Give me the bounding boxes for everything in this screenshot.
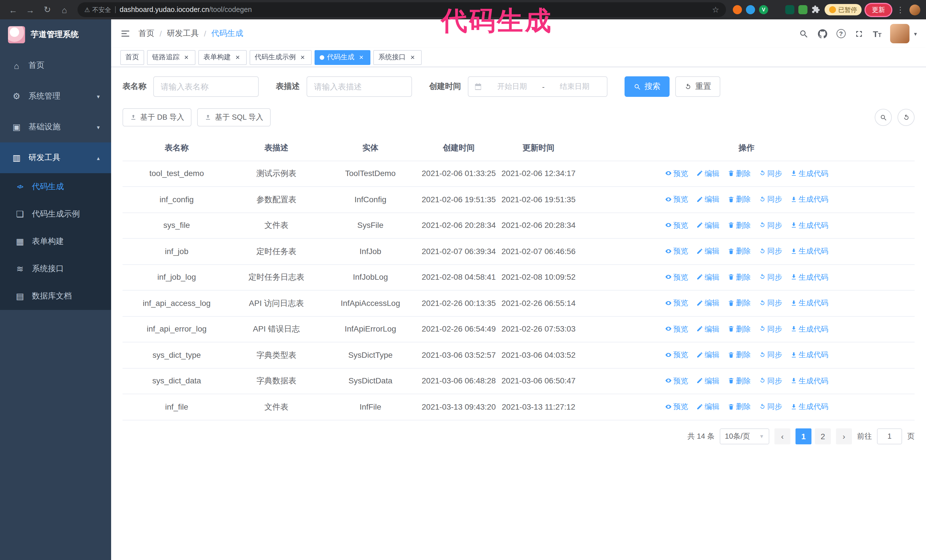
action-preview[interactable]: 预览 [665, 167, 688, 179]
action-generate-code[interactable]: 生成代码 [790, 349, 828, 361]
action-generate-code[interactable]: 生成代码 [790, 297, 828, 309]
date-range-picker[interactable]: 开始日期 - 结束日期 [468, 76, 607, 97]
search-icon[interactable] [799, 29, 809, 39]
action-sync[interactable]: 同步 [759, 297, 782, 309]
action-generate-code[interactable]: 生成代码 [790, 219, 828, 231]
action-delete[interactable]: 删除 [728, 245, 751, 257]
action-edit[interactable]: 编辑 [696, 245, 719, 257]
sidebar-subitem-db-doc[interactable]: ▤数据库文档 [0, 282, 111, 310]
goto-page-input[interactable] [877, 428, 902, 444]
sidebar-item-infra[interactable]: ▣基础设施▾ [0, 112, 111, 142]
action-preview[interactable]: 预览 [665, 219, 688, 231]
sidebar-subitem-form-builder[interactable]: ▦表单构建 [0, 228, 111, 255]
tab-api[interactable]: 系统接口× [373, 50, 422, 65]
tab-trace[interactable]: 链路追踪× [147, 50, 195, 65]
not-secure-warning[interactable]: ⚠不安全 [84, 5, 111, 14]
page-button-2[interactable]: 2 [815, 428, 831, 444]
close-icon[interactable]: × [357, 53, 365, 61]
sidebar-subitem-codegen-example[interactable]: ❏代码生成示例 [0, 201, 111, 228]
close-icon[interactable]: × [409, 53, 416, 61]
extension-icon-4[interactable] [772, 5, 781, 14]
breadcrumb-item[interactable]: 首页 [138, 29, 154, 39]
reset-button[interactable]: 重置 [675, 76, 720, 97]
sidebar-subitem-api[interactable]: ≋系统接口 [0, 255, 111, 282]
action-edit[interactable]: 编辑 [696, 297, 719, 309]
action-preview[interactable]: 预览 [665, 297, 688, 309]
action-edit[interactable]: 编辑 [696, 219, 719, 231]
extension-icon-5[interactable] [785, 5, 794, 14]
action-generate-code[interactable]: 生成代码 [790, 271, 828, 283]
action-generate-code[interactable]: 生成代码 [790, 167, 828, 179]
import-sql-button[interactable]: 基于 SQL 导入 [197, 108, 271, 127]
action-sync[interactable]: 同步 [759, 167, 782, 179]
breadcrumb-item[interactable]: 代码生成 [212, 29, 243, 39]
action-generate-code[interactable]: 生成代码 [790, 245, 828, 257]
import-db-button[interactable]: 基于 DB 导入 [123, 108, 192, 127]
bookmark-star-icon[interactable]: ☆ [712, 5, 719, 14]
hamburger-icon[interactable] [120, 29, 130, 39]
tab-codegen-example[interactable]: 代码生成示例× [250, 50, 312, 65]
action-sync[interactable]: 同步 [759, 219, 782, 231]
action-generate-code[interactable]: 生成代码 [790, 323, 828, 335]
action-preview[interactable]: 预览 [665, 349, 688, 361]
action-preview[interactable]: 预览 [665, 323, 688, 335]
help-icon[interactable]: ? [836, 29, 845, 38]
action-sync[interactable]: 同步 [759, 271, 782, 283]
action-delete[interactable]: 删除 [728, 297, 751, 309]
action-sync[interactable]: 同步 [759, 245, 782, 257]
action-edit[interactable]: 编辑 [696, 323, 719, 335]
fullscreen-icon[interactable] [854, 29, 864, 39]
tab-form-builder[interactable]: 表单构建× [198, 50, 247, 65]
action-generate-code[interactable]: 生成代码 [790, 374, 828, 386]
action-sync[interactable]: 同步 [759, 349, 782, 361]
action-edit[interactable]: 编辑 [696, 374, 719, 386]
reload-icon[interactable]: ↻ [40, 2, 55, 17]
browser-home-icon[interactable]: ⌂ [57, 2, 72, 17]
action-edit[interactable]: 编辑 [696, 271, 719, 283]
breadcrumb-item[interactable]: 研发工具 [167, 29, 199, 39]
app-logo-row[interactable]: 芋道管理系统 [0, 20, 111, 50]
back-icon[interactable]: ← [6, 2, 21, 17]
action-delete[interactable]: 删除 [728, 400, 751, 412]
extension-icon-2[interactable] [746, 5, 755, 14]
action-edit[interactable]: 编辑 [696, 167, 719, 179]
update-button[interactable]: 更新 [865, 4, 891, 16]
action-preview[interactable]: 预览 [665, 374, 688, 386]
caret-down-icon[interactable]: ▾ [914, 30, 917, 37]
sidebar-item-home[interactable]: ⌂首页 [0, 50, 111, 81]
browser-profile-avatar[interactable] [909, 4, 920, 15]
user-avatar[interactable] [890, 24, 909, 43]
search-button[interactable]: 搜索 [625, 76, 670, 97]
close-icon[interactable]: × [182, 53, 190, 61]
extension-icon-1[interactable] [733, 5, 742, 14]
forward-icon[interactable]: → [23, 2, 38, 17]
table-name-input[interactable] [153, 76, 259, 97]
action-preview[interactable]: 预览 [665, 193, 688, 205]
refresh-table-button[interactable] [897, 109, 915, 126]
action-preview[interactable]: 预览 [665, 400, 688, 412]
action-generate-code[interactable]: 生成代码 [790, 193, 828, 205]
tab-codegen[interactable]: 代码生成× [315, 50, 371, 65]
paused-badge[interactable]: 已暂停 [825, 4, 862, 15]
github-icon[interactable] [817, 29, 828, 39]
tab-home[interactable]: 首页 [120, 50, 144, 65]
extension-icon-6[interactable] [798, 5, 808, 14]
kebab-menu-icon[interactable]: ⋮ [895, 5, 905, 14]
font-size-icon[interactable]: TT [873, 29, 882, 38]
extensions-puzzle-icon[interactable] [811, 5, 820, 14]
action-sync[interactable]: 同步 [759, 323, 782, 335]
action-edit[interactable]: 编辑 [696, 193, 719, 205]
action-delete[interactable]: 删除 [728, 271, 751, 283]
close-icon[interactable]: × [299, 53, 307, 61]
action-edit[interactable]: 编辑 [696, 349, 719, 361]
action-delete[interactable]: 删除 [728, 374, 751, 386]
action-edit[interactable]: 编辑 [696, 400, 719, 412]
action-delete[interactable]: 删除 [728, 349, 751, 361]
sidebar-item-system[interactable]: ⚙系统管理▾ [0, 81, 111, 112]
action-preview[interactable]: 预览 [665, 245, 688, 257]
table-desc-input[interactable] [307, 76, 412, 97]
extension-icon-3[interactable]: V [759, 5, 768, 14]
address-bar[interactable]: ⚠不安全 dashboard.yudao.iocoder.cn/tool/cod… [77, 2, 726, 17]
action-sync[interactable]: 同步 [759, 193, 782, 205]
action-delete[interactable]: 删除 [728, 167, 751, 179]
